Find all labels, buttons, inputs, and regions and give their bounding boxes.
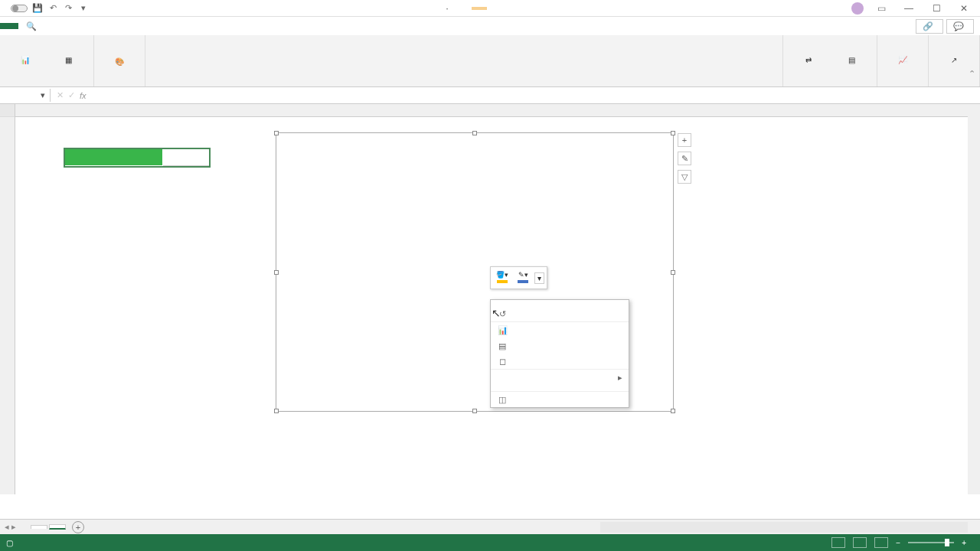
collapse-ribbon-icon[interactable]: ⌃ [969,69,975,79]
outline-button[interactable]: ✎▾ [514,269,531,286]
add-sheet-button[interactable]: + [72,521,84,533]
group-styles-label [152,83,776,86]
chart-elements-button[interactable]: + [678,133,691,147]
ribbon-mode-icon[interactable]: ▭ [871,2,891,15]
cm-format[interactable]: ◫ [491,392,629,407]
select-data-button[interactable]: ▤ [832,38,871,83]
cm-delete[interactable] [491,300,629,306]
search-icon: 🔍 [26,21,37,31]
chart-handle[interactable] [274,270,279,275]
add-chart-element-button[interactable]: 📊 [6,38,44,83]
cursor-icon: ↖ [492,307,501,319]
maximize-icon[interactable]: ☐ [926,2,946,15]
cancel-fx-icon[interactable]: ✕ [57,90,64,100]
ws-tab-1[interactable] [31,525,47,529]
change-colors-button[interactable]: 🎨 [100,38,139,86]
fx-icon[interactable]: fx [80,91,87,100]
titlebar: 💾 ↶ ↷ ▾ · ▭ — ☐ ✕ [0,0,980,17]
select-data-icon: ▤ [841,50,862,71]
minimize-icon[interactable]: — [899,2,919,15]
redo-icon[interactable]: ↷ [63,3,74,14]
cm-reset[interactable]: ↺ [491,306,629,321]
fill-button[interactable]: 🪣▾ [493,269,511,286]
vertical-scrollbar[interactable] [968,104,980,494]
change-type-icon: 📈 [892,50,913,71]
save-icon[interactable]: 💾 [32,3,43,14]
cm-selectdata[interactable]: ▤ [491,338,629,354]
name-box[interactable]: ▾ [0,89,51,102]
chart-handle[interactable] [671,270,675,275]
view-pagelayout-button[interactable] [853,537,867,548]
group-type-label [884,83,922,86]
context-menu: ↺ 📊 ▤ ◻ ▸ ◫ [490,299,629,408]
chart-handle[interactable] [274,131,279,135]
close-icon[interactable]: ✕ [954,2,974,15]
qat-dropdown-icon[interactable]: ▾ [78,3,89,14]
sheet-body[interactable]: + ✎ ▽ 🪣▾ ✎▾ ▾ [15,117,980,494]
move-chart-icon: ↗ [943,50,965,71]
zoom-in-icon[interactable]: + [962,539,966,547]
ribbon: 📊 ▦ 🎨 ⇄ ▤ [0,35,980,87]
group-data-label [789,83,871,86]
cm-rotation[interactable]: ◻ [491,354,629,369]
autosave-toggle[interactable] [11,5,28,12]
share-button[interactable]: 🔗 [916,19,943,34]
zoom-out-icon[interactable]: − [896,539,900,547]
chart-title[interactable] [276,133,673,148]
row-headers[interactable] [0,104,15,494]
data-table [64,148,211,168]
table-header-row [65,149,209,166]
mini-toolbar: 🪣▾ ✎▾ ▾ [490,266,547,289]
table-header-value[interactable] [163,149,209,166]
avatar[interactable] [851,2,864,15]
bucket-icon: 🪣▾ [496,271,508,279]
formula-bar: ▾ ✕ ✓ fx [0,87,980,104]
chart-handle[interactable] [472,131,477,135]
change-type-button[interactable]: 📈 [884,38,922,83]
chart-handle[interactable] [671,409,675,413]
chart-handle[interactable] [472,409,477,413]
formula-input[interactable] [91,90,980,101]
pen-icon: ✎▾ [518,271,528,279]
swap-rowcol-button[interactable]: ⇄ [789,38,828,83]
group-move-label [935,83,973,86]
filename: · [446,4,448,13]
chart-filter-button[interactable]: ▽ [678,170,691,184]
chart-styles-button[interactable]: ✎ [678,152,691,165]
zoom-slider[interactable] [908,542,954,543]
quick-layout-button[interactable]: ▦ [49,38,87,83]
confirm-fx-icon[interactable]: ✓ [68,90,75,100]
view-pagebreak-button[interactable] [874,537,888,548]
colors-icon: 🎨 [109,51,130,73]
comments-button[interactable]: 💬 [946,19,974,34]
chart-handle[interactable] [274,409,279,413]
statusbar: ▢ − + [0,534,980,551]
tab-file[interactable] [0,23,18,29]
undo-icon[interactable]: ↶ [47,3,58,14]
cm-trendline [491,385,629,391]
ws-nav[interactable]: ◂ ▸ [5,522,16,532]
series-selector[interactable]: ▾ [534,272,544,284]
column-headers[interactable] [15,104,968,117]
charttools-label [472,7,487,10]
table-header-label[interactable] [65,149,163,166]
cm-datalabels[interactable]: ▸ [491,370,629,385]
add-element-icon: 📊 [15,50,36,71]
move-chart-button[interactable]: ↗ [935,38,973,83]
worksheet-tabs: ◂ ▸ + [0,519,980,534]
ribbon-tabs: 🔍 🔗 💬 [0,17,980,35]
view-normal-button[interactable] [831,537,845,548]
group-layouts-label [6,83,87,86]
chart-handle[interactable] [671,131,675,135]
horizontal-scrollbar[interactable] [600,522,968,533]
cm-changetype[interactable]: 📊 [491,322,629,338]
ws-tab-2[interactable] [49,524,66,530]
record-macro-icon[interactable]: ▢ [6,539,13,547]
swap-icon: ⇄ [798,50,819,71]
quick-layout-icon: ▦ [57,50,79,71]
grid: + ✎ ▽ 🪣▾ ✎▾ ▾ [0,104,980,494]
